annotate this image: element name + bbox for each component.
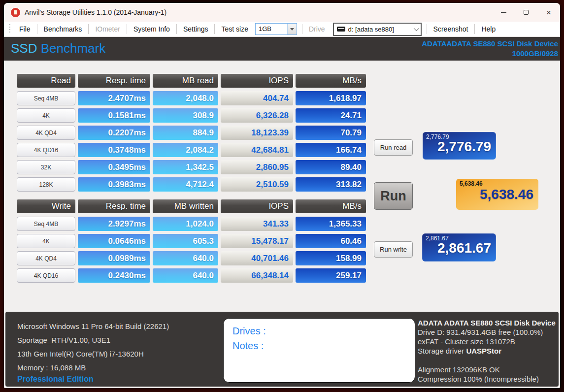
read-resp-value: 0.3748ms (78, 143, 150, 157)
menu-system-info[interactable]: System Info (129, 25, 175, 33)
window-controls: × (492, 3, 560, 22)
notes-label: Notes : (232, 338, 406, 353)
drive-label: Drive (304, 25, 330, 33)
read-mbs-value: 313.82 (296, 177, 366, 192)
board-info: Sportage_RTH/V1.00, U3E1 (17, 333, 169, 347)
write-mbs-value: 158.99 (296, 251, 366, 265)
read-header-iops: IOPS (221, 74, 293, 88)
footer-panel: Microsoft Windows 11 Pro 64-bit Build (2… (5, 312, 559, 387)
drive-select[interactable]: d: [adata se880] (333, 23, 422, 36)
read-iops-value: 404.74 (221, 91, 293, 105)
menu-settings[interactable]: Settings (178, 25, 213, 33)
device-capacity: 1000GB/0928 (422, 49, 558, 59)
device-alignment: Alignment 132096KB OK (418, 365, 556, 374)
read-header-mb: MB read (153, 74, 218, 88)
read-resp-value: 2.4707ms (78, 91, 150, 105)
drives-label: Drives : (232, 324, 406, 338)
menu-iometer: IOmeter (90, 25, 125, 33)
minimize-icon (501, 12, 506, 13)
device-driver: Storage driver UASPStor (418, 346, 556, 356)
write-iops-value: 66,348.14 (221, 268, 293, 283)
read-row-label: 4K (17, 108, 75, 123)
window-title: Anvil's Storage Utilities 1.1.0 (2014-Ja… (25, 8, 166, 16)
write-score-big: 2,861.67 (437, 240, 491, 256)
menu-separator (474, 24, 475, 34)
write-header-mbs: MB/s (296, 199, 366, 213)
read-mbs-value: 70.79 (296, 126, 366, 140)
read-iops-value: 2,510.59 (221, 177, 293, 192)
toolbar-grip-icon (9, 24, 10, 34)
read-resp-value: 0.3983ms (78, 177, 150, 192)
read-score-box: 2,776.79 2,776.79 (423, 132, 496, 160)
menu-file[interactable]: File (14, 25, 35, 33)
menu-separator (176, 24, 177, 34)
read-mb-value: 4,712.4 (153, 177, 218, 192)
read-header-test: Read (17, 74, 75, 88)
spacer (418, 356, 556, 365)
device-free-space: Drive D: 931.4/931.4GB free (100.0%) (418, 327, 556, 337)
device-info-block: ADATA ADATA SE880 SCSI Disk Device Drive… (418, 318, 556, 384)
dropdown-arrow-icon (290, 28, 294, 31)
total-score-box: 5,638.46 5,638.46 (456, 179, 538, 210)
page-title: SSD Benchmark (11, 41, 105, 56)
cpu-info: 13th Gen Intel(R) Core(TM) i7-13620H (17, 347, 169, 361)
drives-notes-box[interactable]: Drives : Notes : (223, 318, 415, 383)
write-mbs-value: 60.46 (296, 234, 366, 248)
write-header-test: Write (17, 199, 75, 213)
close-button[interactable]: × (537, 3, 560, 22)
main-area: Read Resp. time MB read IOPS MB/s Seq 4M… (4, 61, 560, 310)
read-mbs-value: 24.71 (296, 108, 366, 123)
device-driver-prefix: Storage driver (418, 347, 466, 355)
title-bar: Anvil's Storage Utilities 1.1.0 (2014-Ja… (4, 3, 560, 22)
read-iops-value: 42,684.81 (221, 143, 293, 157)
run-write-button[interactable]: Run write (374, 241, 413, 258)
read-header-resp: Resp. time (78, 74, 150, 88)
read-iops-value: 2,860.95 (221, 160, 293, 174)
run-button[interactable]: Run (374, 182, 413, 210)
page-title-benchmark: Benchmark (41, 41, 106, 56)
system-info-block: Microsoft Windows 11 Pro 64-bit Build (2… (17, 320, 169, 375)
benchmark-header: SSD Benchmark ADATAADATA SE880 SCSI Disk… (4, 37, 560, 61)
drive-value: d: [adata se880] (348, 26, 414, 33)
write-table: Write Resp. time MB written IOPS MB/s Se… (17, 199, 366, 283)
write-resp-value: 0.0989ms (78, 251, 150, 265)
write-mb-value: 640.0 (153, 268, 218, 283)
device-compression: Compression 100% (Incompressible) (418, 374, 556, 384)
menu-help[interactable]: Help (476, 25, 500, 33)
write-row-label: Seq 4MB (17, 217, 75, 231)
menu-benchmarks[interactable]: Benchmarks (39, 25, 87, 33)
read-row-label: 128K (17, 177, 75, 192)
device-summary: ADATAADATA SE880 SCSI Disk Device 1000GB… (422, 39, 558, 59)
test-size-dropdown-button[interactable] (287, 24, 297, 34)
device-driver-name: UASPStor (466, 347, 501, 355)
menu-separator (302, 24, 302, 34)
memory-info: Memory : 16,088 MB (17, 361, 169, 375)
read-mbs-value: 1,618.97 (296, 91, 366, 105)
total-score-small: 5,638.46 (460, 180, 483, 187)
drive-icon (337, 27, 345, 32)
minimize-button[interactable] (492, 3, 515, 22)
read-row-label: 32K (17, 160, 75, 174)
menu-separator (214, 24, 215, 34)
menu-screenshot[interactable]: Screenshot (429, 25, 473, 33)
write-mb-value: 605.3 (153, 234, 218, 248)
menu-separator (88, 24, 89, 34)
read-mbs-value: 89.40 (296, 160, 366, 174)
test-size-select[interactable]: 1GB (255, 23, 297, 35)
menu-separator (37, 24, 37, 34)
read-resp-value: 0.3495ms (78, 160, 150, 174)
read-table: Read Resp. time MB read IOPS MB/s Seq 4M… (17, 74, 366, 192)
write-iops-value: 40,701.46 (221, 251, 293, 265)
read-mb-value: 2,084.2 (153, 143, 218, 157)
write-header-iops: IOPS (221, 199, 293, 213)
read-header-mbs: MB/s (296, 74, 366, 88)
write-mbs-value: 1,365.33 (296, 217, 366, 231)
run-read-button[interactable]: Run read (374, 139, 413, 156)
read-score-big: 2,776.79 (437, 139, 491, 155)
maximize-button[interactable] (515, 3, 537, 22)
read-mbs-value: 166.74 (296, 143, 366, 157)
close-icon: × (546, 8, 551, 17)
read-iops-value: 6,326.28 (221, 108, 293, 123)
chevron-down-icon (413, 26, 419, 31)
write-mbs-value: 259.17 (296, 268, 366, 283)
